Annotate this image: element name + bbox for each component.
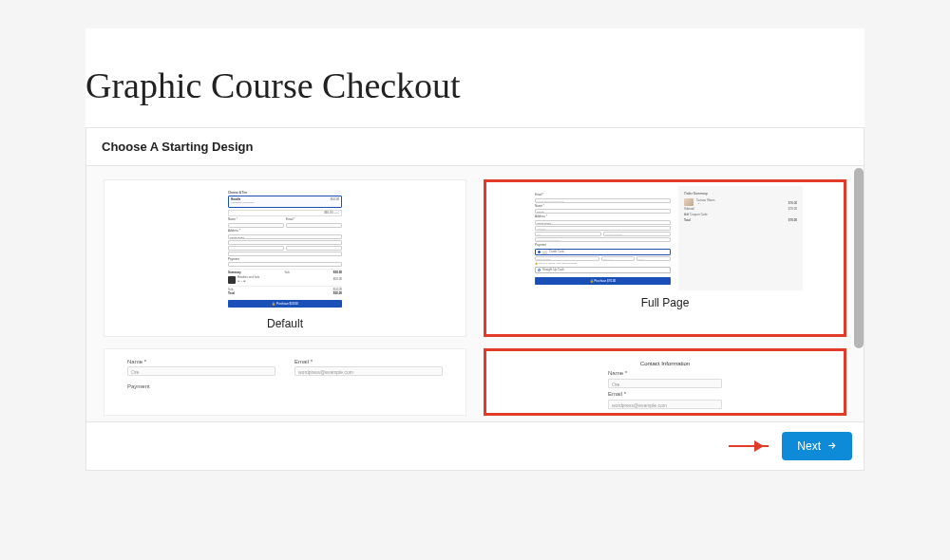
page-title: Graphic Course Checkout <box>86 38 864 118</box>
purchase-button-mini: 🔒 Purchase $50.00 <box>228 300 342 308</box>
default-label: Default <box>267 311 303 330</box>
design-card-full-page[interactable]: Email * wordpress@example.com Name * sel… <box>484 179 846 337</box>
full-page-label: Full Page <box>641 290 690 309</box>
card-icon <box>542 251 547 254</box>
fp-cvc: CVC <box>636 256 670 261</box>
coupon-label: Add Coupon Code <box>684 214 708 217</box>
fp-state-ph: State/Province/Region <box>535 237 671 242</box>
r2-email-label: Email * <box>294 359 443 364</box>
total-value: $70.00 <box>788 219 797 223</box>
fp-email-val: wordpress@example.com <box>535 198 671 203</box>
full-page-thumbnail: Email * wordpress@example.com Name * sel… <box>490 186 840 290</box>
country-select: United States <box>228 234 342 239</box>
fp-addr-label: Address * <box>535 215 671 219</box>
scrollbar-thumb[interactable] <box>854 168 864 348</box>
r2c-email-value: wordpress@example.com <box>608 400 722 409</box>
fp-name-label: Name * <box>535 205 671 209</box>
fp-name-val: self-on <box>535 209 671 214</box>
r2c-title: Contact Information <box>509 361 821 366</box>
summary-item-price: $70.00 <box>788 202 797 206</box>
r2-name-value: Ore <box>127 366 276 376</box>
prod-name: Hoodies and hats <box>238 275 259 279</box>
panel-footer: Next <box>86 421 864 470</box>
order-summary-title: Order Summary <box>684 192 797 196</box>
r2-payment-label: Payment <box>127 383 443 389</box>
design-card-default[interactable]: Choose A Tier Hoodie $50.00 Soft fabrics… <box>104 179 466 337</box>
tier2-price: $60.00 <box>324 211 332 215</box>
default-thumbnail: Choose A Tier Hoodie $50.00 Soft fabrics… <box>110 186 460 311</box>
tier-sub: Soft fabrics and comfy <box>231 201 255 204</box>
next-button[interactable]: Next <box>782 432 852 460</box>
summary-item-thumb-icon <box>684 198 694 206</box>
fp-exp: MM / YY <box>601 256 635 261</box>
r2c-name-label: Name * <box>608 370 722 376</box>
sum-price: $50.00 <box>333 271 342 275</box>
panel-title: Choose A Starting Design <box>86 128 864 166</box>
email-label: Email * <box>286 218 342 222</box>
r2-name-label: Name * <box>127 359 276 364</box>
r2c-name-value: Ore <box>608 379 722 388</box>
fp-payment-label: Payment <box>535 244 671 248</box>
preview-row-left: Name * Ore Email * wordpress@example.com… <box>104 348 466 416</box>
subtotal-value: $70.00 <box>788 208 797 212</box>
annotation-arrow-icon <box>729 445 769 447</box>
fp-cardnum: Card number <box>535 256 599 261</box>
panel-body: Choose A Tier Hoodie $50.00 Soft fabrics… <box>86 166 864 421</box>
name-label: Name * <box>228 218 284 222</box>
arrow-right-icon <box>826 440 837 451</box>
address-label: Address * <box>228 230 342 233</box>
fp-city-ph: City <box>535 232 601 236</box>
subtotal-label: Subtotal <box>684 208 694 212</box>
fp-cash-option: Straight Up Cash <box>535 267 671 273</box>
fp-credit-card-option: Credit Card <box>535 249 671 255</box>
fp-postal-ph: Postal Code/Zip <box>603 232 670 236</box>
design-panel: Choose A Starting Design Choose A Tier H… <box>86 127 864 471</box>
summary-item-qty: - 1 + <box>696 202 786 205</box>
fp-email-label: Email * <box>535 194 671 197</box>
total-label: Total <box>228 292 235 296</box>
summary-label: Summary <box>228 271 241 275</box>
fp-purchase-button: 🔒 Purchase $70.00 <box>535 277 671 285</box>
tier-price: $50.00 <box>331 198 339 202</box>
r2-email-value: wordpress@example.com <box>294 366 443 376</box>
preview-row-right: Contact Information Name * Ore Email * w… <box>484 348 846 416</box>
total-val: $50.00 <box>333 292 342 296</box>
prod-price: $50.00 <box>333 278 342 282</box>
fp-country: United States <box>535 220 671 225</box>
total-label: Total <box>684 219 691 223</box>
sum-sub: Sub <box>285 271 290 275</box>
payment-label: Payment <box>228 258 342 262</box>
r2c-email-label: Email * <box>608 391 722 397</box>
product-thumb-icon <box>228 276 236 284</box>
prod-qty: 1 <box>241 280 242 283</box>
